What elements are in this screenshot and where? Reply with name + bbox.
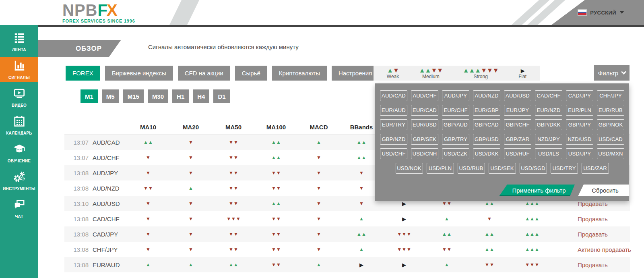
pair-filter-button[interactable]: EUR/CAD bbox=[411, 105, 438, 116]
indicator-cell: ▼▼ bbox=[255, 247, 297, 252]
market-tab[interactable]: FOREX bbox=[66, 66, 100, 81]
pair-filter-button[interactable]: USD/ZAR bbox=[582, 163, 609, 174]
pair-filter-button[interactable]: USD/MXN bbox=[597, 148, 624, 159]
pair-filter-button[interactable]: EUR/RUB bbox=[597, 105, 624, 116]
legend-label: Medium bbox=[422, 74, 440, 79]
pair-filter-button[interactable]: USD/CNH bbox=[411, 148, 438, 159]
timeframe-tab-m15[interactable]: M15 bbox=[123, 89, 144, 103]
pair-filter-button[interactable]: GBP/ZAR bbox=[504, 134, 531, 145]
pair-filter-button[interactable]: GBP/CHF bbox=[504, 119, 531, 130]
pair-filter-button[interactable]: EUR/GBP bbox=[473, 105, 500, 116]
up-triangle-icon: ▲▲▲ bbox=[525, 231, 539, 237]
sidebar-item-видео[interactable]: ВИДЕО bbox=[0, 85, 38, 110]
pair-filter-button[interactable]: GBP/DKK bbox=[535, 119, 562, 130]
row-pair[interactable]: CAD/JPY bbox=[89, 231, 127, 238]
table-row: 13:08CAD/JPY▼▼▼▼▼▼▼▲▲▼▼▼▲▲▲▲▲▲▲Продавать bbox=[64, 226, 630, 242]
filter-button[interactable]: Фильтр bbox=[594, 65, 630, 81]
row-pair[interactable]: AUD/CHF bbox=[89, 154, 127, 161]
pair-filter-button[interactable]: USD/CHF bbox=[380, 148, 407, 159]
timeframe-tab-h4[interactable]: H4 bbox=[193, 89, 209, 103]
sidebar-item-label: КАЛЕНДАРЬ bbox=[6, 131, 32, 135]
market-tabs: FOREXБиржевые индексыCFD на акцииСырьёКр… bbox=[66, 66, 398, 81]
timeframe-tab-d1[interactable]: D1 bbox=[213, 89, 230, 103]
pair-filter-button[interactable]: CAD/CHF bbox=[535, 90, 562, 101]
pair-filter-button[interactable]: EUR/TRY bbox=[380, 119, 407, 130]
pair-filter-button[interactable]: USD/SEK bbox=[489, 163, 516, 174]
npbfx-logo[interactable]: NPBFX FOREX SERVICES SINCE 1996 bbox=[62, 2, 135, 23]
down-triangle-icon: ▼ bbox=[487, 216, 492, 222]
pair-filter-button[interactable]: USD/JPY bbox=[566, 148, 593, 159]
pair-filter-button[interactable]: EUR/JPY bbox=[504, 105, 531, 116]
market-tab[interactable]: Сырьё bbox=[235, 66, 267, 81]
row-pair[interactable]: AUD/USD bbox=[89, 200, 127, 207]
flat-triangle-icon: ▶ bbox=[521, 68, 524, 74]
row-pair[interactable]: EUR/AUD bbox=[89, 261, 127, 268]
row-pair[interactable]: CAD/CHF bbox=[89, 216, 127, 222]
filter-panel: AUD/CADAUD/CHFAUD/JPYAUD/NZDAUD/USDCAD/C… bbox=[375, 83, 629, 201]
row-pair[interactable]: AUD/NZD bbox=[89, 185, 127, 192]
pair-filter-button[interactable]: CAD/JPY bbox=[566, 90, 593, 101]
indicator-cell: ▼ bbox=[127, 216, 169, 221]
sidebar-item-чат[interactable]: ЧАТ bbox=[0, 196, 38, 221]
sidebar-item-инструменты[interactable]: ИНСТРУМЕНТЫ bbox=[0, 168, 38, 193]
down-triangle-icon: ▼ bbox=[316, 247, 321, 252]
pair-filter-button[interactable]: AUD/USD bbox=[504, 90, 531, 101]
row-pair[interactable]: AUD/CAD bbox=[89, 139, 127, 146]
pair-filter-button[interactable]: NZD/USD bbox=[566, 134, 593, 145]
timeframe-tab-m30[interactable]: M30 bbox=[148, 89, 168, 103]
sidebar-item-сигналы[interactable]: СИГНАЛЫ bbox=[0, 57, 38, 82]
pair-filter-button[interactable]: GBP/NOK bbox=[597, 119, 624, 130]
indicator-cell: ▲ bbox=[297, 262, 340, 267]
apply-filter-button[interactable]: Применить фильтр bbox=[499, 185, 575, 196]
pair-filter-button[interactable]: GBP/TRY bbox=[442, 134, 469, 145]
timeframe-tab-m5[interactable]: M5 bbox=[102, 89, 119, 103]
row-pair[interactable]: CHF/JPY bbox=[89, 246, 127, 253]
sidebar-item-лента[interactable]: ЛЕНТА bbox=[0, 29, 38, 54]
flat-triangle-icon: ▶ bbox=[402, 216, 406, 222]
pair-filter-button[interactable]: USD/SGD bbox=[520, 163, 547, 174]
language-selector[interactable]: РУССКИЙ bbox=[578, 0, 624, 25]
market-tab[interactable]: CFD на акции bbox=[178, 66, 230, 81]
pair-filter-button[interactable]: EUR/PLN bbox=[566, 105, 593, 116]
pair-filter-button[interactable]: USD/CAD bbox=[597, 134, 624, 145]
pair-filter-button[interactable]: AUD/CAD bbox=[380, 90, 407, 101]
pair-filter-button[interactable]: AUD/CHF bbox=[411, 90, 438, 101]
pair-filter-button[interactable]: GBP/AUD bbox=[442, 119, 469, 130]
pair-filter-button[interactable]: GBP/NZD bbox=[380, 134, 407, 145]
row-time: 13:08 bbox=[64, 231, 89, 238]
pair-filter-button[interactable]: EUR/CHF bbox=[442, 105, 469, 116]
timeframe-tab-h1[interactable]: H1 bbox=[172, 89, 189, 103]
row-time: 13:07 bbox=[64, 154, 89, 161]
timeframe-tab-m1[interactable]: M1 bbox=[80, 89, 98, 103]
pair-filter-button[interactable]: USD/NOK bbox=[396, 163, 423, 174]
market-tab[interactable]: Криптовалюты bbox=[272, 66, 327, 81]
indicator-cell: ▼▼ bbox=[212, 201, 255, 206]
pair-filter-button[interactable]: GBP/SEK bbox=[411, 134, 438, 145]
pair-filter-button[interactable]: USD/HUF bbox=[504, 148, 531, 159]
reset-filter-button[interactable]: Сбросить bbox=[578, 185, 629, 196]
indicator-cell: ▶ bbox=[383, 216, 425, 222]
pair-filter-button[interactable]: NZD/JPY bbox=[535, 134, 562, 145]
sidebar-item-обучение[interactable]: ОБУЧЕНИЕ bbox=[0, 140, 38, 166]
pair-filter-button[interactable]: USD/CZK bbox=[442, 148, 469, 159]
pair-filter-button[interactable]: USD/ILS bbox=[535, 148, 562, 159]
up-triangle-icon: ▲▲ bbox=[442, 231, 452, 237]
pair-filter-button[interactable]: USD/PLN bbox=[427, 163, 454, 174]
pair-filter-button[interactable]: GBP/USD bbox=[473, 134, 500, 145]
pair-filter-button[interactable]: USD/RUB bbox=[458, 163, 485, 174]
pair-filter-button[interactable]: EUR/USD bbox=[411, 119, 438, 130]
pair-filter-button[interactable]: AUD/NZD bbox=[473, 90, 500, 101]
indicator-cell: ▼ bbox=[297, 216, 340, 221]
sidebar-item-календарь[interactable]: КАЛЕНДАРЬ bbox=[0, 112, 38, 138]
row-pair[interactable]: AUD/JPY bbox=[89, 170, 127, 176]
pair-filter-button[interactable]: CHF/JPY bbox=[597, 90, 624, 101]
market-tab[interactable]: Биржевые индексы bbox=[105, 66, 173, 81]
pair-filter-button[interactable]: AUD/JPY bbox=[442, 90, 469, 101]
pair-filter-button[interactable]: EUR/AUD bbox=[380, 105, 407, 116]
pair-filter-button[interactable]: GBP/JPY bbox=[566, 119, 593, 130]
pair-filter-button[interactable]: USD/DKK bbox=[473, 148, 500, 159]
indicator-cell: ▼▼ bbox=[255, 232, 297, 237]
pair-filter-button[interactable]: EUR/NZD bbox=[535, 105, 562, 116]
pair-filter-button[interactable]: GBP/CAD bbox=[473, 119, 500, 130]
pair-filter-button[interactable]: USD/TRY bbox=[551, 163, 578, 174]
